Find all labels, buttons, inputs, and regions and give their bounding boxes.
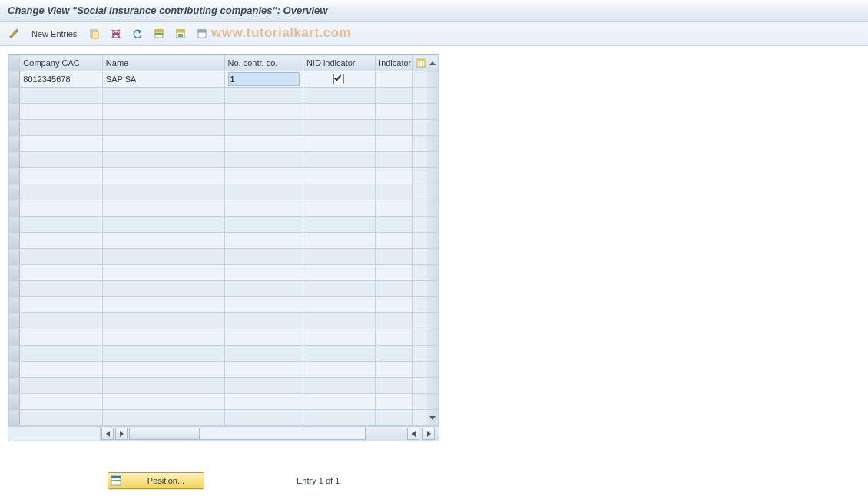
cell-indicator-td[interactable] <box>376 233 413 249</box>
cell-no-contr-co-td[interactable] <box>224 104 303 120</box>
cell-no-contr-co-td[interactable] <box>224 249 303 265</box>
position-button[interactable]: Position... <box>108 472 204 489</box>
cell-nid-indicator-td[interactable] <box>303 410 375 426</box>
cell-no-contr-co-td[interactable] <box>224 394 303 410</box>
row-selector[interactable] <box>9 217 20 233</box>
cell-indicator-td[interactable] <box>376 217 413 233</box>
cell-name-td[interactable] <box>102 329 224 346</box>
cell-company-cac-td[interactable] <box>20 394 103 410</box>
cell-no-contr-co-td[interactable] <box>224 71 303 88</box>
cell-indicator-td[interactable] <box>376 88 413 104</box>
cell-no-contr-co-td[interactable] <box>224 88 303 104</box>
toggle-display-change-icon[interactable] <box>5 25 23 42</box>
cell-indicator-td[interactable] <box>376 346 413 362</box>
row-selector[interactable] <box>9 120 20 136</box>
cell-nid-indicator-td[interactable] <box>303 378 375 394</box>
configure-columns-icon[interactable] <box>413 55 426 71</box>
vscroll-track-cell[interactable] <box>426 394 438 410</box>
cell-indicator-td[interactable] <box>376 249 413 265</box>
cell-nid-indicator-td[interactable] <box>303 265 375 281</box>
row-selector[interactable] <box>9 104 20 120</box>
new-entries-button[interactable]: New Entries <box>26 25 82 42</box>
cell-indicator-td[interactable] <box>376 362 413 378</box>
delete-icon[interactable] <box>107 25 125 42</box>
cell-indicator-td[interactable] <box>376 120 413 136</box>
cell-name-td[interactable] <box>102 104 224 120</box>
cell-name-td[interactable] <box>102 233 224 249</box>
cell-indicator-td[interactable] <box>376 136 413 152</box>
cell-nid-indicator-td[interactable] <box>303 362 375 378</box>
cell-nid-indicator-td[interactable] <box>303 168 375 184</box>
row-selector[interactable] <box>9 394 20 410</box>
cell-company-cac[interactable]: 8012345678 <box>23 74 70 84</box>
cell-company-cac-td[interactable] <box>20 410 103 426</box>
vscroll-down-button[interactable] <box>429 416 436 420</box>
row-selector[interactable] <box>9 200 20 217</box>
cell-company-cac-td[interactable] <box>20 233 103 249</box>
cell-nid-indicator-td[interactable] <box>303 88 375 104</box>
cell-no-contr-co-td[interactable] <box>224 120 303 136</box>
hscroll-step-left-button[interactable] <box>407 428 419 440</box>
cell-no-contr-co-td[interactable] <box>224 168 303 184</box>
row-selector[interactable] <box>9 346 20 362</box>
cell-name-td[interactable] <box>102 265 224 281</box>
row-selector[interactable] <box>9 265 20 281</box>
hscroll-thumb[interactable] <box>130 428 200 439</box>
cell-no-contr-co-td[interactable] <box>224 136 303 152</box>
vscroll-track-cell[interactable] <box>426 88 438 104</box>
cell-indicator-td[interactable] <box>376 378 413 394</box>
cell-company-cac-td[interactable] <box>20 265 103 281</box>
cell-name-td[interactable] <box>102 168 224 184</box>
cell-no-contr-co-td[interactable] <box>224 329 303 346</box>
col-header-indicator[interactable]: Indicator <box>376 55 413 71</box>
cell-company-cac-td[interactable] <box>20 378 103 394</box>
row-selector[interactable] <box>9 233 20 249</box>
cell-company-cac-td[interactable] <box>20 249 103 265</box>
cell-name[interactable]: SAP SA <box>106 74 137 84</box>
cell-indicator-td[interactable] <box>376 104 413 120</box>
vscroll-track-cell[interactable] <box>426 329 438 346</box>
cell-company-cac-td[interactable] <box>20 281 103 297</box>
row-selector[interactable] <box>9 281 20 297</box>
cell-name-td[interactable] <box>102 410 224 426</box>
hscroll-right-button[interactable] <box>422 428 435 440</box>
cell-nid-indicator-td[interactable] <box>303 233 375 249</box>
cell-company-cac-td[interactable]: 8012345678 <box>20 71 103 88</box>
cell-nid-indicator-td[interactable] <box>303 346 375 362</box>
cell-company-cac-td[interactable] <box>20 329 103 346</box>
cell-company-cac-td[interactable] <box>20 200 103 217</box>
cell-name-td[interactable] <box>102 136 224 152</box>
cell-nid-indicator-td[interactable] <box>303 152 375 168</box>
col-header-no-contr-co[interactable]: No. contr. co. <box>224 55 303 71</box>
vscroll-track-cell[interactable] <box>426 152 438 168</box>
cell-no-contr-co-td[interactable] <box>224 297 303 313</box>
cell-no-contr-co-td[interactable] <box>224 362 303 378</box>
cell-nid-indicator-td[interactable] <box>303 394 375 410</box>
cell-nid-indicator-td[interactable] <box>303 249 375 265</box>
cell-indicator-td[interactable] <box>376 265 413 281</box>
vscroll-track-cell[interactable] <box>426 233 438 249</box>
cell-company-cac-td[interactable] <box>20 152 103 168</box>
cell-name-td[interactable] <box>102 88 224 104</box>
hscroll-step-right-button[interactable] <box>115 428 128 440</box>
vscroll-up-button[interactable] <box>426 55 438 71</box>
cell-nid-indicator-td[interactable] <box>303 217 375 233</box>
select-block-icon[interactable] <box>171 25 190 42</box>
row-selector[interactable] <box>9 410 20 426</box>
cell-no-contr-co-td[interactable] <box>224 410 303 426</box>
row-selector[interactable] <box>9 249 20 265</box>
row-selector-header[interactable] <box>9 55 20 71</box>
hscroll-left-button[interactable] <box>101 428 114 440</box>
cell-indicator-td[interactable] <box>376 297 413 313</box>
copy-as-icon[interactable] <box>85 25 104 42</box>
vscroll-track-cell[interactable] <box>426 281 438 297</box>
cell-name-td[interactable]: SAP SA <box>102 71 224 88</box>
vscroll-track-cell[interactable] <box>426 104 438 120</box>
cell-indicator-td[interactable] <box>376 168 413 184</box>
vscroll-track-cell[interactable] <box>426 378 438 394</box>
cell-name-td[interactable] <box>102 394 224 410</box>
col-header-company-cac[interactable]: Company CAC <box>20 55 103 71</box>
vscroll-track-cell[interactable] <box>426 184 438 200</box>
cell-name-td[interactable] <box>102 249 224 265</box>
cell-no-contr-co-td[interactable] <box>224 346 303 362</box>
